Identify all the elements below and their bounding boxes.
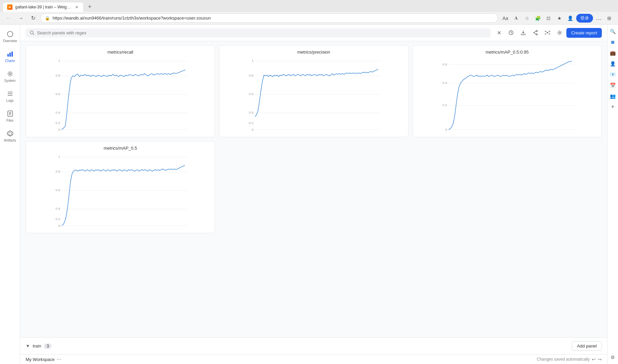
more-button[interactable]: … — [594, 13, 603, 23]
right-mail-button[interactable]: 📧 — [609, 70, 617, 79]
url-bar[interactable]: 🔒 https://wandb.ai/xun9466/train/runs/1c… — [40, 13, 498, 23]
svg-point-20 — [545, 31, 546, 32]
address-bar: ← → ↻ 🔒 https://wandb.ai/xun9466/train/r… — [0, 12, 618, 24]
svg-text:0.6: 0.6 — [442, 62, 447, 66]
split-view-button[interactable]: ⊡ — [544, 13, 553, 23]
train-label: train — [33, 343, 41, 348]
svg-point-22 — [545, 34, 546, 35]
sidebar-item-overview[interactable]: Overview — [1, 27, 19, 46]
right-briefcase-button[interactable]: 💼 — [609, 49, 617, 57]
sidebar-item-charts[interactable]: Charts — [1, 47, 19, 66]
profiles-button[interactable]: 👤 — [565, 13, 575, 23]
history-button[interactable] — [506, 27, 516, 38]
active-tab[interactable]: W gallant-lake-39 | train – Weights ✕ — [3, 2, 84, 12]
train-toggle-button[interactable]: ▼ — [26, 343, 30, 348]
bottom-bar: ▼ train 3 Add panel — [20, 337, 607, 354]
svg-text:0.6: 0.6 — [249, 92, 254, 96]
main-content: ✕ Create report — [20, 25, 607, 364]
chart-map05-title: metrics/mAP_0.5 — [30, 146, 210, 151]
add-panel-button[interactable]: Add panel — [572, 341, 602, 351]
export-button[interactable] — [518, 27, 529, 38]
chart-recall-title: metrics/recall — [30, 50, 210, 55]
right-search-button[interactable]: 🔍 — [609, 27, 617, 35]
workspace-section: My Workspace ⋯ — [26, 357, 61, 362]
search-icon — [30, 30, 34, 35]
right-teams-button[interactable]: 👥 — [609, 92, 617, 100]
sidebar-item-system[interactable]: System — [1, 67, 19, 86]
settings-button[interactable] — [554, 27, 565, 38]
sidebar-item-artifacts[interactable]: Artifacts — [1, 127, 19, 145]
charts-grid: metrics/recall 1 0.8 0.6 0.4 0.2 0 — [26, 45, 602, 137]
svg-point-19 — [547, 32, 548, 33]
translate-button[interactable]: Aa — [501, 13, 510, 23]
chart-map05: metrics/mAP_0.5 1 0.8 0.6 0.4 0.2 0 0 — [26, 141, 215, 233]
right-settings-button[interactable]: ⚙ — [609, 353, 617, 361]
close-search-button[interactable]: ✕ — [494, 27, 504, 38]
sidebar-label-logs: Logs — [6, 99, 14, 103]
empty-col2 — [219, 141, 408, 233]
extensions-button[interactable]: 🧩 — [533, 13, 542, 23]
read-aloud-button[interactable]: 𝐀 — [511, 13, 521, 23]
svg-text:0.4: 0.4 — [56, 111, 60, 114]
node-graph-button[interactable] — [542, 27, 553, 38]
workspace-label-text: My Workspace — [26, 357, 55, 362]
bookmark-button[interactable]: ☆ — [522, 13, 532, 23]
chart-precision-title: metrics/precision — [223, 50, 404, 55]
tab-title: gallant-lake-39 | train – Weights — [15, 5, 71, 9]
login-button[interactable]: 登录 — [576, 14, 593, 23]
svg-rect-3 — [11, 52, 13, 57]
workspace-menu-button[interactable]: ⋯ — [57, 357, 61, 362]
right-panel: 🔍 ■ 💼 👤 📧 📅 👥 + ⚙ — [607, 25, 618, 364]
svg-rect-1 — [7, 54, 9, 57]
artifacts-icon — [6, 129, 14, 138]
search-box[interactable] — [26, 28, 491, 37]
create-report-button[interactable]: Create report — [566, 28, 602, 38]
svg-point-26 — [559, 32, 561, 34]
svg-text:0.8: 0.8 — [249, 73, 254, 77]
svg-line-25 — [548, 31, 549, 32]
svg-marker-13 — [9, 132, 11, 135]
chart-precision: metrics/precision 1 0.8 0.6 0.4 0.2 0 0 — [219, 45, 408, 137]
svg-text:1: 1 — [58, 155, 60, 158]
url-text: https://wandb.ai/xun9466/train/runs/1ctz… — [53, 16, 494, 21]
sidebar-item-logs[interactable]: Logs — [1, 87, 19, 105]
app-container: Overview Charts System Logs Files — [0, 25, 618, 364]
refresh-button[interactable]: ↻ — [28, 13, 38, 23]
search-input[interactable] — [37, 30, 487, 35]
back-button[interactable]: ← — [4, 13, 13, 23]
system-icon — [6, 70, 14, 78]
svg-text:0.2: 0.2 — [56, 121, 60, 125]
train-count-badge: 3 — [44, 343, 52, 349]
add-right-panel-button[interactable]: + — [609, 103, 617, 111]
redo-button[interactable]: ↪ — [598, 357, 602, 362]
footer: My Workspace ⋯ Changes saved automatical… — [20, 354, 607, 364]
svg-point-18 — [536, 34, 537, 35]
svg-text:0.2: 0.2 — [249, 121, 254, 125]
svg-point-4 — [9, 73, 11, 75]
toolbar: ✕ Create report — [20, 25, 607, 41]
sidebar-toggle-button[interactable]: ⊞ — [605, 13, 614, 23]
empty-col3 — [413, 141, 602, 233]
right-user-button[interactable]: 👤 — [609, 60, 617, 68]
svg-text:0: 0 — [58, 224, 60, 228]
tab-bar: W gallant-lake-39 | train – Weights ✕ + — [0, 0, 618, 12]
autosave-section: Changes saved automatically ↩ ↪ — [537, 357, 602, 362]
right-color-button[interactable]: ■ — [609, 38, 617, 46]
logs-icon — [6, 90, 14, 98]
tab-close-button[interactable]: ✕ — [74, 4, 79, 10]
chart-map0595-title: metrics/mAP_0.5:0.95 — [417, 50, 597, 55]
new-tab-button[interactable]: + — [85, 2, 94, 12]
undo-button[interactable]: ↩ — [592, 357, 596, 362]
sidebar-label-artifacts: Artifacts — [4, 139, 16, 143]
chart-map05-svg: 1 0.8 0.6 0.4 0.2 0 0 50 100 — [30, 153, 210, 228]
svg-text:1: 1 — [252, 59, 254, 62]
browser-chrome: W gallant-lake-39 | train – Weights ✕ + … — [0, 0, 618, 25]
chart-precision-svg: 1 0.8 0.6 0.4 0.2 0 0 50 100 — [223, 57, 404, 131]
right-outlook-button[interactable]: 📅 — [609, 81, 617, 89]
favorites-button[interactable]: ★ — [555, 13, 564, 23]
charts-row2: metrics/mAP_0.5 1 0.8 0.6 0.4 0.2 0 0 — [26, 141, 602, 233]
share-button[interactable] — [530, 27, 541, 38]
svg-point-23 — [549, 34, 550, 35]
forward-button[interactable]: → — [16, 13, 26, 23]
sidebar-item-files[interactable]: Files — [1, 107, 19, 125]
